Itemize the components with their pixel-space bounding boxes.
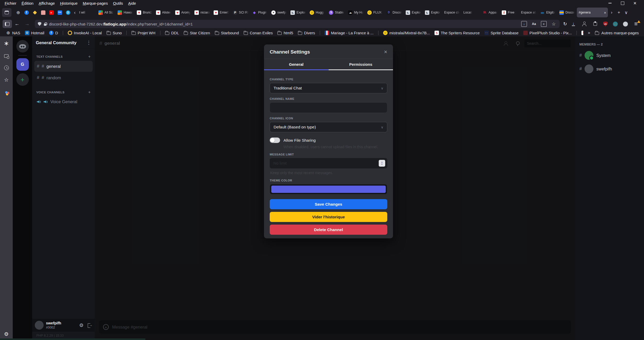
clear-history-button[interactable]: Vider l'historique	[270, 212, 387, 222]
browser-tab[interactable]: Explor	[289, 8, 308, 17]
browser-tab[interactable]: Plugin	[250, 8, 269, 17]
bookmark-item[interactable]: Projet WH	[126, 31, 158, 35]
spy-extension-icon[interactable]	[613, 22, 618, 27]
bookmark-item[interactable]: PixelPlush Studio - Pix...	[521, 31, 574, 35]
server-header[interactable]: General Community ⋮	[32, 36, 95, 49]
channel-icon-select[interactable]: Default (Based on type) ∨	[270, 122, 387, 132]
browser-tab[interactable]: Appar	[481, 8, 500, 17]
browser-tab[interactable]: Discor	[385, 8, 404, 17]
save-page-icon[interactable]	[521, 21, 527, 27]
number-spinner[interactable]: ∧∨	[379, 160, 385, 167]
delete-channel-button[interactable]: Delete Channel	[270, 225, 387, 235]
home-server-button[interactable]	[16, 40, 29, 53]
extensions-icon[interactable]	[592, 21, 598, 27]
bookmark-item[interactable]: Sprite Database	[482, 31, 521, 35]
bookmark-item[interactable]: Conan Exiles	[241, 31, 275, 35]
ublock-shield-icon[interactable]	[603, 22, 608, 27]
server-menu-icon[interactable]: ⋮	[86, 40, 91, 45]
add-channel-icon[interactable]: +	[88, 54, 91, 59]
bookmark-item[interactable]: html5	[275, 31, 296, 35]
pinned-tab[interactable]	[56, 8, 64, 17]
browser-tab[interactable]: Alister	[154, 8, 173, 17]
menu-item[interactable]: Outils	[110, 1, 125, 5]
bookmark-item[interactable]: Divers	[295, 31, 317, 35]
bookmark-item[interactable]: InvokeAI - Local	[63, 31, 104, 35]
maximize-icon[interactable]	[620, 1, 625, 5]
browser-tab[interactable]: Discor	[558, 8, 577, 17]
scroll-tabs-right-icon[interactable]: ›	[608, 9, 615, 16]
browser-tab[interactable]: Bruni2	[135, 8, 154, 17]
add-server-button[interactable]: +	[16, 73, 29, 86]
voice-channel-item[interactable]: Voice General	[34, 96, 93, 107]
browser-tab[interactable]: SCI RE	[231, 8, 250, 17]
browser-tab[interactable]: Explor	[404, 8, 423, 17]
browser-tab[interactable]: Locati	[462, 8, 481, 17]
refresh-icon[interactable]	[562, 21, 568, 27]
message-limit-input[interactable]	[270, 158, 387, 168]
close-tab-icon[interactable]: ×	[604, 10, 606, 15]
translate-icon[interactable]	[531, 21, 537, 27]
pinned-tab[interactable]	[22, 8, 31, 17]
bookmark-item[interactable]: Download Time Mana...	[577, 31, 583, 35]
app-menu-icon[interactable]	[633, 21, 639, 27]
bookmark-item[interactable]: DDL	[160, 31, 181, 35]
pinned-tab[interactable]	[47, 8, 56, 17]
browser-tab[interactable]: Emie0	[212, 8, 231, 17]
close-modal-icon[interactable]: ×	[384, 49, 387, 55]
bookmark-item[interactable]: mistralai/Mixtral-8x7B...	[378, 31, 432, 35]
browser-tab[interactable]: FLUX.	[365, 8, 385, 17]
browser-tab[interactable]: niciara	[193, 8, 212, 17]
browser-tab[interactable]: Espace ab	[519, 8, 538, 17]
bookmark-item[interactable]: D	[47, 31, 60, 35]
scroll-tabs-left-icon[interactable]: ‹	[72, 10, 77, 15]
browser-tab[interactable]: Espace clie	[442, 8, 462, 17]
containers-icon[interactable]	[4, 89, 9, 95]
member-row[interactable]: # System	[579, 51, 640, 60]
new-tab-button[interactable]: +	[615, 9, 622, 16]
tab-general[interactable]: General	[264, 59, 329, 70]
channel-type-select[interactable]: Traditional Chat ∨	[270, 83, 387, 93]
logout-icon[interactable]	[88, 323, 92, 327]
firefox-view-button[interactable]	[2, 8, 11, 17]
menu-item[interactable]: Fichier	[2, 1, 19, 5]
menu-item[interactable]: Marque-pages	[80, 1, 111, 5]
device-tabs-icon[interactable]	[4, 53, 9, 59]
tracking-shield-icon[interactable]	[38, 22, 41, 26]
browser-tab[interactable]: Hawai	[116, 8, 135, 17]
tab-permissions[interactable]: Permissions	[329, 59, 393, 70]
downloads-icon[interactable]	[571, 21, 576, 27]
browser-tab[interactable]: All Siz	[97, 8, 116, 17]
menu-item[interactable]: Aide	[126, 1, 139, 5]
ghost-extension-icon[interactable]	[623, 22, 628, 27]
settings-gear-icon[interactable]	[4, 331, 9, 337]
user-settings-gear-icon[interactable]	[79, 322, 84, 328]
menu-item[interactable]: Affichage	[36, 1, 57, 5]
bookmark-item[interactable]: The Spriters Resource	[432, 31, 482, 35]
menu-item[interactable]: Édition	[19, 1, 36, 5]
bookmark-star-icon[interactable]	[551, 21, 557, 27]
browser-tab[interactable]: Huggi	[308, 8, 327, 17]
browser-tab[interactable]: Aromy	[173, 8, 193, 17]
active-tab[interactable]: #genera ×	[577, 8, 608, 17]
bookmark-item[interactable]: Mariage - La France à ...	[320, 31, 376, 35]
back-button[interactable]: ←	[12, 21, 22, 27]
menu-item[interactable]: Historique	[57, 1, 80, 5]
bookmarks-overflow-icon[interactable]: »	[583, 30, 595, 35]
channel-item[interactable]: general	[34, 61, 93, 72]
other-bookmarks[interactable]: Autres marque-pages	[595, 31, 640, 35]
channel-item[interactable]: random	[34, 72, 93, 83]
pinned-tab[interactable]	[14, 8, 22, 17]
theme-color-input[interactable]	[270, 184, 387, 194]
sidebar-toggle-button[interactable]	[3, 20, 12, 28]
close-icon[interactable]	[633, 1, 637, 5]
browser-tab[interactable]: Eligibi	[538, 8, 558, 17]
browser-tab[interactable]: Free :	[500, 8, 519, 17]
add-channel-icon[interactable]: +	[88, 90, 91, 95]
channel-name-input[interactable]	[270, 102, 387, 113]
history-icon[interactable]	[4, 66, 9, 70]
file-sharing-toggle[interactable]	[270, 138, 280, 143]
pinned-tab[interactable]	[64, 8, 72, 17]
browser-tab[interactable]: swefpi	[269, 8, 289, 17]
pinned-tab[interactable]	[39, 8, 47, 17]
save-changes-button[interactable]: Save Changes	[270, 199, 387, 209]
